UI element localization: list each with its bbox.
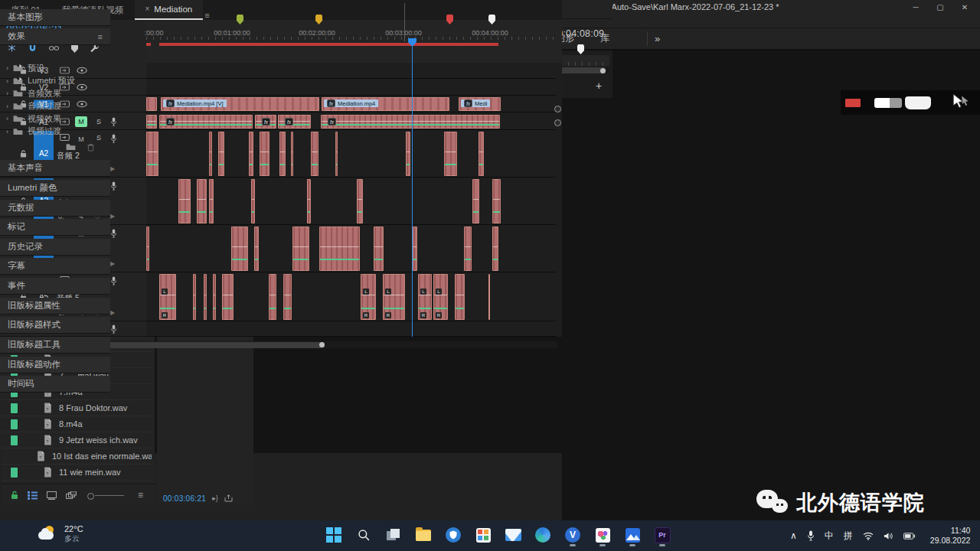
clip[interactable] xyxy=(283,274,292,320)
panel-section-基本图形[interactable]: 基本图形 xyxy=(0,9,110,26)
panel-section-旧版标题样式[interactable]: 旧版标题样式 xyxy=(0,317,110,334)
track-height-handle[interactable] xyxy=(554,119,561,126)
clip[interactable] xyxy=(492,179,501,223)
freeform-view-button[interactable] xyxy=(66,491,77,500)
export-icon[interactable] xyxy=(224,494,233,502)
clip[interactable] xyxy=(488,274,490,320)
chevron-right-icon[interactable]: › xyxy=(6,103,8,110)
sequence-marker[interactable] xyxy=(488,15,495,24)
clip[interactable]: LR xyxy=(383,274,405,320)
effects-bin-Lumetri 预设[interactable]: ›Lumetri 预设 xyxy=(0,75,110,87)
track-height-handle[interactable] xyxy=(554,106,561,112)
next-keyframe-icon[interactable]: ▶ xyxy=(110,309,115,316)
premiere-icon[interactable]: Pr xyxy=(653,523,671,546)
clip[interactable] xyxy=(209,132,212,176)
clip[interactable]: fxMedi xyxy=(459,97,501,111)
clip[interactable]: fx xyxy=(255,115,276,129)
maximize-button[interactable]: ▢ xyxy=(928,3,952,11)
track-lane-V2[interactable] xyxy=(146,80,556,96)
clip[interactable] xyxy=(291,132,293,176)
workspace-overflow-button[interactable]: » xyxy=(655,28,660,49)
track-lane-A2[interactable] xyxy=(146,131,556,178)
track-lane-A5[interactable]: LRLRLRLRLR xyxy=(146,273,556,321)
playhead-line[interactable] xyxy=(412,41,413,337)
clip[interactable] xyxy=(146,97,157,111)
panel-section-字幕[interactable]: 字幕 xyxy=(0,258,110,275)
effects-bin-音频效果[interactable]: ›音频效果 xyxy=(0,87,110,99)
list-item[interactable]: ?8.m4a xyxy=(2,416,152,432)
wifi-icon[interactable] xyxy=(863,532,874,540)
panel-section-标记[interactable]: 标记 xyxy=(0,219,110,236)
button-editor-plus[interactable]: + xyxy=(596,80,602,92)
close-button[interactable]: ✕ xyxy=(952,3,977,11)
effects-bin-预设[interactable]: ›预设 xyxy=(0,62,110,74)
clip[interactable] xyxy=(260,132,270,176)
clip[interactable]: LR xyxy=(418,274,432,320)
clip[interactable] xyxy=(311,132,318,176)
panel-section-效果[interactable]: 效果≡ xyxy=(0,28,110,45)
zoom-slider[interactable] xyxy=(87,491,124,499)
chevron-right-icon[interactable]: › xyxy=(6,115,8,122)
track-lane-A3[interactable] xyxy=(146,178,556,225)
effects-bin-视频过渡[interactable]: ›视频过渡 xyxy=(0,126,110,138)
clip[interactable] xyxy=(374,227,384,271)
label-color-chip[interactable] xyxy=(11,468,18,478)
start-icon[interactable] xyxy=(325,523,343,546)
security-icon[interactable] xyxy=(444,523,462,546)
panel-section-旧版标题动作[interactable]: 旧版标题动作 xyxy=(0,357,110,373)
v-app-icon[interactable]: V xyxy=(564,523,582,546)
clip[interactable] xyxy=(222,274,234,320)
clip[interactable] xyxy=(307,179,311,223)
clip[interactable] xyxy=(472,179,479,223)
clip[interactable] xyxy=(357,179,363,223)
scroll-handle[interactable] xyxy=(600,68,606,73)
effects-bin-视频效果[interactable]: ›视频效果 xyxy=(0,112,110,125)
panel-section-时间码[interactable]: 时间码 xyxy=(0,376,110,393)
track-lane-A6[interactable] xyxy=(146,322,556,337)
close-tab-icon[interactable]: × xyxy=(145,5,150,13)
clip[interactable]: fxMediation.mp4 [V] xyxy=(161,97,319,111)
clip[interactable] xyxy=(251,179,255,223)
sequence-marker[interactable] xyxy=(237,15,243,24)
clip[interactable] xyxy=(193,274,196,320)
voiceover-record-mic-icon[interactable] xyxy=(110,276,117,285)
list-view-button[interactable] xyxy=(28,491,38,500)
photos-icon[interactable] xyxy=(593,523,612,546)
panel-section-历史记录[interactable]: 历史记录 xyxy=(0,239,110,256)
label-color-chip[interactable] xyxy=(11,435,18,445)
store-icon[interactable] xyxy=(474,523,492,546)
list-item[interactable]: ?10 Ist das eine normale.wa xyxy=(2,448,152,465)
voiceover-record-mic-icon[interactable] xyxy=(110,134,117,143)
clip[interactable] xyxy=(269,274,276,320)
clip[interactable]: LR xyxy=(159,274,176,320)
battery-icon[interactable] xyxy=(903,533,916,540)
clip[interactable]: fxMediation.mp4 xyxy=(322,97,449,111)
panel-section-旧版标题工具[interactable]: 旧版标题工具 xyxy=(0,337,110,354)
clip[interactable]: LR xyxy=(361,274,376,320)
clip[interactable] xyxy=(218,132,224,176)
video-editor-icon[interactable] xyxy=(623,523,642,546)
chevron-right-icon[interactable]: › xyxy=(6,64,8,72)
sequence-marker[interactable] xyxy=(577,44,584,54)
panel-section-基本声音[interactable]: 基本声音 xyxy=(0,160,110,177)
linked-selection-icon[interactable] xyxy=(49,45,59,51)
file-explorer-icon[interactable] xyxy=(414,523,433,546)
track-lane-A1[interactable]: fxfxfxfx xyxy=(146,114,556,130)
chevron-right-icon[interactable]: › xyxy=(6,90,8,97)
zoom-handle[interactable] xyxy=(319,342,325,347)
voiceover-record-mic-icon[interactable] xyxy=(110,324,117,334)
clip[interactable] xyxy=(249,132,253,176)
clip[interactable] xyxy=(209,179,214,223)
chevron-right-icon[interactable]: › xyxy=(6,128,8,135)
clip[interactable] xyxy=(444,132,457,176)
play-icon[interactable]: ▸} xyxy=(212,494,218,502)
panel-section-事件[interactable]: 事件 xyxy=(0,278,110,295)
clip[interactable] xyxy=(455,274,465,320)
label-color-chip[interactable] xyxy=(11,419,18,429)
voiceover-record-mic-icon[interactable] xyxy=(110,117,117,126)
panel-section-Lumetri 颜色[interactable]: Lumetri 颜色 xyxy=(0,180,110,197)
clip[interactable]: fx xyxy=(159,115,253,129)
panel-menu-icon[interactable]: ≡ xyxy=(204,11,209,20)
delete-custom-item-icon[interactable] xyxy=(87,143,94,152)
clip[interactable] xyxy=(146,132,158,176)
